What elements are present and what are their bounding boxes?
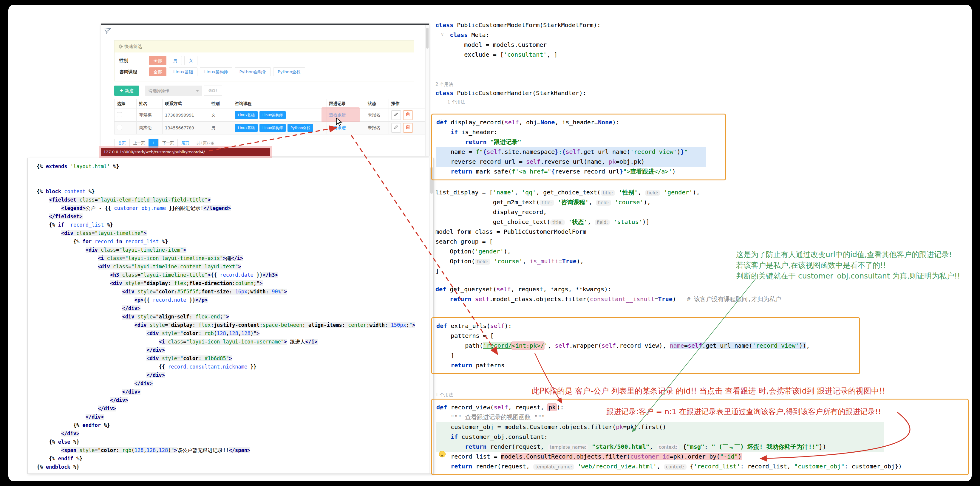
go-button[interactable]: GO! [204,86,222,96]
code-line: {% extends 'layout.html' %} [37,162,427,170]
browser-screenshot-panel: 快速筛选 性别全部男女咨询课程全部Linux基础Linux架构师Python自动… [101,23,430,156]
page-item[interactable]: 尾页 [177,139,193,148]
fold-chevron-icon[interactable]: ∨ [437,22,440,27]
code-line: </fieldset> [37,212,427,221]
column-header: 状态 [365,99,389,109]
template-code: {% extends 'layout.html' %} {% block con… [37,162,427,471]
filter-option[interactable]: Python全栈 [273,67,305,76]
code-line: if is_header: [436,127,722,137]
code-line: record_list = models.ConsultRecord.objec… [436,452,966,462]
course-chip[interactable]: Linux基础 [235,124,258,132]
filter-option[interactable]: 女 [184,56,197,65]
page-background: 快速筛选 性别全部男女咨询课程全部Linux基础Linux架构师Python自动… [8,5,972,481]
page-item[interactable]: 1 [148,139,159,148]
code-line: model_form_class = PublicCustomerModelFo… [436,227,980,237]
new-button[interactable]: + 新建 [114,86,139,96]
code-line: <legend>公户 - {{ customer_obj.name }}的跟进记… [37,204,427,212]
code-line: class Meta: [436,30,980,40]
quick-filter-title: 快速筛选 [124,44,142,49]
delete-button[interactable] [403,123,413,133]
code-line [37,179,427,187]
code-line: {% if record_list %} [37,221,427,229]
filter-label: 性别 [119,58,149,64]
row-checkbox[interactable] [117,125,122,130]
filter-row: 咨询课程全部Linux基础Linux架构师Python自动化Python全栈 [119,67,409,76]
template-editor-panel[interactable]: {% extends 'layout.html' %} {% block con… [27,158,434,474]
column-header: 姓名 [136,99,162,109]
edit-button[interactable] [391,110,401,120]
row-phone: 13455667789 [162,122,209,135]
code-line: get_choice_text(title: '状态', field: 'sta… [436,217,980,227]
code-line: <p>{{ record.note }}</p> [37,296,427,304]
code-line: def extra_urls(self): [436,321,857,331]
code-line: search_group = [ [436,237,980,246]
row-checkbox[interactable] [117,112,122,117]
page-item: 共1页/2条 [192,139,218,148]
fold-chevron-icon[interactable]: ∨ [437,91,440,95]
list-toolbar: + 新建 请选择操作 GO! [114,86,222,96]
browser-scrollbar[interactable] [425,25,429,156]
annotation-green-line: 若该客户是私户,在该视图函数中是看不了的!! [736,260,960,271]
chevron-down-icon [196,90,199,92]
page-item[interactable]: 上一页 [129,139,149,148]
code-line: if customer_obj.consultant: [436,432,884,442]
usage-hint[interactable]: 1 个用法 [447,98,980,106]
edit-button[interactable] [391,123,401,133]
code-line: return mark_safe(f'<a href="{reverse_rec… [436,167,722,176]
fold-chevron-icon[interactable]: ∨ [439,322,442,327]
filter-option[interactable]: Python自动化 [235,67,271,76]
code-line: <div style="color:#5f5f5f;font-size: 16p… [37,287,427,296]
row-name: 邓紫棋 [136,109,162,122]
code-line: {% block content %} [37,187,427,195]
code-line: <div style="display: flex;justify-conten… [37,321,427,329]
table-row: 周杰伦13455667789男Linux基础Linux架构师Python全栈查看… [115,122,429,135]
fold-chevron-icon[interactable]: ∨ [439,118,442,123]
page-item[interactable]: 首页 [114,139,130,148]
course-chip[interactable]: Linux架构师 [259,111,286,119]
filter-option[interactable]: 全部 [149,67,166,76]
course-chip[interactable]: Linux基础 [235,111,258,119]
fold-chevron-icon[interactable]: ∨ [441,32,444,37]
code-line: <div style="color: rgb(128,128,128)"> [37,329,427,338]
browser-scrollbar-thumb[interactable] [426,28,429,49]
code-line: get_m2m_text(title: '咨询课程', field: 'cour… [436,197,980,207]
code-line: <h3 class="layui-timeline-title">{{ reco… [37,271,427,279]
code-line: <span style="color: rgb(128,128,128)">该公… [37,446,427,454]
code-line: name = f"{self.site.namespace}:{self.get… [436,147,706,157]
action-select-value: 请选择操作 [148,88,169,93]
course-chip[interactable]: Python全栈 [288,124,313,132]
delete-button[interactable] [403,110,413,120]
code-line: {% endfor %} [37,421,427,429]
annotation-green-line: 这是为了防止有人通过改变url中的id值,查看其他客户的跟进记录! [736,249,960,260]
course-chip[interactable]: Linux架构师 [259,124,286,132]
filter-option[interactable]: 全部 [149,56,166,65]
code-line: class PublicCustomerHandler(StarkHandler… [436,88,980,98]
status-text: 未报名 [365,109,389,122]
status-text: 未报名 [365,122,389,135]
quick-filter-header: 快速筛选 [115,41,414,52]
filter-row: 性别全部男女 [119,56,409,65]
code-line: display_record, [436,207,980,217]
filter-option[interactable]: Linux基础 [169,67,197,76]
usage-hint[interactable]: 2 个用法 [436,81,980,88]
code-line: model = models.Customer [436,40,980,50]
code-line: {% endif %} [37,454,427,463]
view-record-link[interactable]: 查看跟进 [329,125,346,130]
row-gender: 女 [209,109,232,122]
code-line: path('record/<int:pk>/', self.wrapper(se… [436,341,857,351]
column-header: 联系方式 [162,99,209,109]
annotation-green-line: 判断的关键就在于 customer_obj.consultant 为真,则证明为… [736,271,960,281]
code-line: </div> [37,304,427,313]
fold-chevron-icon[interactable]: ∨ [439,406,442,411]
filter-option[interactable]: 男 [169,56,182,65]
filter-option[interactable]: Linux架构师 [200,67,232,76]
page-item[interactable]: 下一页 [158,139,178,148]
code-line: </div> [37,371,427,379]
status-url-bar: 127.0.0.1:8000/stark/web/customer/public… [101,148,270,156]
action-select[interactable]: 请选择操作 [145,86,202,96]
code-line: return render(request, template_name: 'w… [436,462,966,472]
code-line: <div style="display: flex;flex-direction… [37,279,427,287]
column-header: 性别 [209,99,232,109]
code-line: </div> [37,388,427,396]
lightbulb-icon[interactable] [439,451,445,457]
